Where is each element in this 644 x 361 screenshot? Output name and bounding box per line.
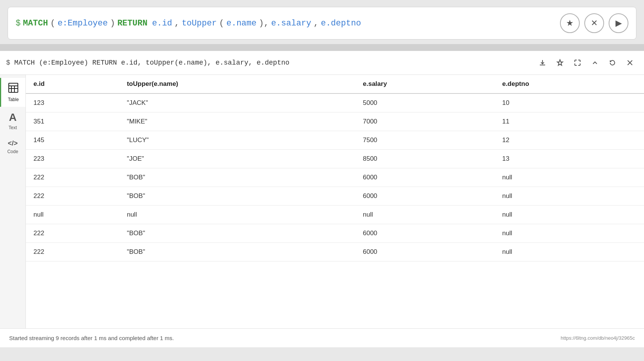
- paren-open: (: [50, 19, 55, 28]
- cell-eid: 145: [26, 131, 119, 150]
- cell-name: "BOB": [119, 187, 355, 206]
- query-header-text: $ MATCH (e:Employee) RETURN e.id, toUppe…: [6, 59, 289, 66]
- cell-salary: 5000: [355, 93, 495, 112]
- star-button[interactable]: ★: [560, 13, 580, 33]
- text-icon: A: [9, 111, 16, 124]
- sidebar-code-label: Code: [7, 149, 18, 154]
- refresh-button[interactable]: [604, 55, 620, 70]
- main-panel: $ MATCH (e:Employee) RETURN e.id, toUppe…: [0, 51, 644, 347]
- status-message: Started streaming 9 records after 1 ms a…: [9, 335, 174, 341]
- cell-salary: 6000: [355, 243, 495, 261]
- query-actions: [535, 55, 638, 70]
- code-icon: </>: [8, 139, 17, 147]
- dollar-sign: $: [16, 19, 21, 28]
- sidebar: Table A Text </> Code: [0, 75, 26, 328]
- entity-employee: e:Employee: [57, 19, 108, 28]
- cell-name: "JACK": [119, 93, 355, 112]
- col-header-salary: e.salary: [355, 75, 495, 93]
- pin-button[interactable]: [552, 55, 568, 70]
- table-row: 222"BOB"6000null: [26, 187, 644, 206]
- table-row: 351"MIKE"700011: [26, 112, 644, 131]
- table-icon: [8, 82, 19, 95]
- cell-name: "BOB": [119, 243, 355, 261]
- cell-name: "LUCY": [119, 131, 355, 150]
- table-row: nullnullnullnull: [26, 206, 644, 224]
- sidebar-text-label: Text: [8, 125, 17, 130]
- cell-salary: 6000: [355, 168, 495, 187]
- sidebar-table-label: Table: [8, 97, 19, 102]
- cell-name: "MIKE": [119, 112, 355, 131]
- expand-button[interactable]: [569, 55, 585, 70]
- cell-salary: 7500: [355, 131, 495, 150]
- cell-eid: 222: [26, 243, 119, 261]
- play-button[interactable]: ▶: [609, 13, 628, 33]
- cell-name: "BOB": [119, 224, 355, 243]
- sidebar-item-code[interactable]: </> Code: [0, 135, 25, 159]
- header-dollar: $: [6, 59, 14, 66]
- table-row: 222"BOB"6000null: [26, 168, 644, 187]
- download-button[interactable]: [535, 55, 550, 70]
- cell-deptno: 13: [495, 150, 644, 168]
- table-row: 222"BOB"6000null: [26, 243, 644, 261]
- cell-deptno: null: [495, 243, 644, 261]
- cell-eid: 351: [26, 112, 119, 131]
- table-row: 123"JACK"500010: [26, 93, 644, 112]
- cell-salary: 6000: [355, 187, 495, 206]
- table-row: 145"LUCY"750012: [26, 131, 644, 150]
- cell-eid: 223: [26, 150, 119, 168]
- table-area: e.id toUpper(e.name) e.salary e.deptno 1…: [26, 75, 644, 328]
- cell-deptno: 12: [495, 131, 644, 150]
- kw-return: RETURN: [117, 19, 148, 28]
- kw-match: MATCH: [23, 19, 48, 28]
- cell-name: null: [119, 206, 355, 224]
- table-header-row: e.id toUpper(e.name) e.salary e.deptno: [26, 75, 644, 93]
- cell-salary: null: [355, 206, 495, 224]
- col-header-name: toUpper(e.name): [119, 75, 355, 93]
- cell-deptno: null: [495, 187, 644, 206]
- cell-deptno: null: [495, 168, 644, 187]
- cell-salary: 6000: [355, 224, 495, 243]
- divider-bar: [0, 44, 644, 51]
- cell-eid: 123: [26, 93, 119, 112]
- cell-deptno: null: [495, 224, 644, 243]
- svg-rect-0: [9, 83, 18, 92]
- top-bar-actions: ★ ✕ ▶: [560, 13, 628, 33]
- table-row: 223"JOE"850013: [26, 150, 644, 168]
- top-query-text: $ MATCH (e:Employee) RETURN e.id, toUppe…: [16, 19, 361, 28]
- content-area: Table A Text </> Code e.id toUpper(e.nam…: [0, 75, 644, 328]
- col-header-eid: e.id: [26, 75, 119, 93]
- cell-eid: 222: [26, 168, 119, 187]
- sidebar-item-text[interactable]: A Text: [0, 107, 25, 135]
- cell-name: "JOE": [119, 150, 355, 168]
- header-query: MATCH (e:Employee) RETURN e.id, toUpper(…: [14, 59, 290, 66]
- results-table: e.id toUpper(e.name) e.salary e.deptno 1…: [26, 75, 644, 261]
- cell-deptno: 10: [495, 93, 644, 112]
- cell-deptno: 11: [495, 112, 644, 131]
- collapse-button[interactable]: [587, 55, 603, 70]
- cell-eid: null: [26, 206, 119, 224]
- cell-eid: 222: [26, 187, 119, 206]
- col-header-deptno: e.deptno: [495, 75, 644, 93]
- cell-name: "BOB": [119, 168, 355, 187]
- status-url: https://6ltng.com/db/neo4j/32965c: [561, 335, 635, 341]
- top-query-bar: $ MATCH (e:Employee) RETURN e.id, toUppe…: [8, 7, 636, 40]
- panel-close-button[interactable]: [622, 55, 638, 70]
- close-button[interactable]: ✕: [584, 13, 604, 33]
- query-header: $ MATCH (e:Employee) RETURN e.id, toUppe…: [0, 51, 644, 75]
- cell-deptno: null: [495, 206, 644, 224]
- cell-salary: 8500: [355, 150, 495, 168]
- cell-eid: 222: [26, 224, 119, 243]
- sidebar-item-table[interactable]: Table: [0, 78, 25, 107]
- cell-salary: 7000: [355, 112, 495, 131]
- status-bar: Started streaming 9 records after 1 ms a…: [0, 328, 644, 347]
- table-row: 222"BOB"6000null: [26, 224, 644, 243]
